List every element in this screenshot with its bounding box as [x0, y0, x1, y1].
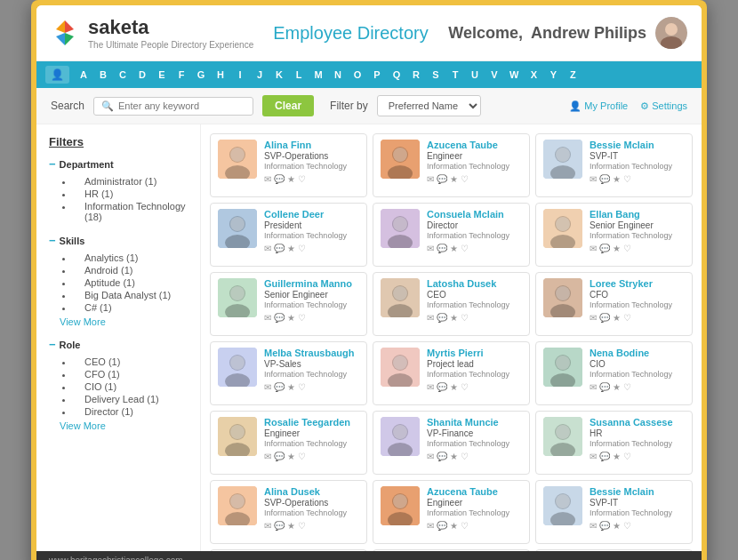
email-icon[interactable]: ✉: [264, 521, 271, 531]
employee-card[interactable]: Consuela MclainDirectorInformation Techn…: [373, 203, 530, 267]
employee-card[interactable]: Shanita MuncieVP-FinanceInformation Tech…: [373, 411, 530, 475]
star-icon[interactable]: ★: [613, 452, 621, 461]
star-icon[interactable]: ★: [450, 452, 458, 461]
email-icon[interactable]: ✉: [264, 244, 271, 253]
employee-card[interactable]: Myrtis PierriProject leadInformation Tec…: [373, 341, 530, 405]
chat-icon[interactable]: 💬: [437, 382, 447, 392]
heart-icon[interactable]: ♡: [461, 244, 469, 253]
alpha-btn-U[interactable]: U: [466, 67, 484, 83]
employee-card[interactable]: Guillermina MannoSenior EngineerInformat…: [210, 272, 367, 336]
alpha-btn-R[interactable]: R: [407, 67, 425, 83]
search-input[interactable]: [118, 100, 245, 111]
chat-icon[interactable]: 💬: [437, 244, 447, 253]
heart-icon[interactable]: ♡: [298, 521, 306, 531]
filter-item[interactable]: CEO (1): [74, 356, 188, 368]
email-icon[interactable]: ✉: [590, 452, 597, 461]
chat-icon[interactable]: 💬: [437, 452, 447, 461]
star-icon[interactable]: ★: [450, 521, 458, 531]
chat-icon[interactable]: 💬: [274, 174, 285, 184]
email-icon[interactable]: ✉: [590, 382, 597, 392]
employee-card[interactable]: Rosalie TeegardenEngineerInformation Tec…: [210, 411, 367, 475]
employee-card[interactable]: Susanna CasseseHRInformation Technology✉…: [535, 411, 693, 475]
alpha-btn-E[interactable]: E: [153, 67, 171, 83]
filter-item[interactable]: C# (1): [74, 301, 188, 314]
chat-icon[interactable]: 💬: [599, 382, 610, 392]
star-icon[interactable]: ★: [287, 452, 295, 461]
heart-icon[interactable]: ♡: [461, 313, 469, 323]
chat-icon[interactable]: 💬: [274, 452, 285, 461]
star-icon[interactable]: ★: [450, 313, 458, 323]
alpha-btn-S[interactable]: S: [427, 67, 445, 83]
star-icon[interactable]: ★: [450, 174, 458, 184]
email-icon[interactable]: ✉: [264, 452, 271, 461]
chat-icon[interactable]: 💬: [599, 244, 610, 253]
heart-icon[interactable]: ♡: [298, 452, 306, 461]
heart-icon[interactable]: ♡: [623, 313, 631, 323]
star-icon[interactable]: ★: [613, 174, 621, 184]
filter-item[interactable]: CFO (1): [74, 368, 188, 380]
alpha-btn-C[interactable]: C: [114, 67, 132, 83]
alpha-btn-W[interactable]: W: [505, 67, 523, 83]
heart-icon[interactable]: ♡: [298, 244, 306, 253]
collapse-icon[interactable]: −: [49, 157, 56, 171]
heart-icon[interactable]: ♡: [461, 521, 469, 531]
heart-icon[interactable]: ♡: [623, 244, 631, 253]
email-icon[interactable]: ✉: [427, 521, 434, 531]
email-icon[interactable]: ✉: [264, 174, 271, 184]
employee-card[interactable]: Alina DusekSVP-OperationsInformation Tec…: [210, 480, 367, 544]
heart-icon[interactable]: ♡: [298, 382, 306, 392]
heart-icon[interactable]: ♡: [623, 174, 631, 184]
filter-item[interactable]: Administrator (1): [74, 175, 188, 188]
email-icon[interactable]: ✉: [427, 452, 434, 461]
alpha-btn-B[interactable]: B: [94, 67, 112, 83]
alpha-btn-M[interactable]: M: [309, 67, 327, 83]
heart-icon[interactable]: ♡: [623, 452, 631, 461]
alpha-btn-L[interactable]: L: [290, 67, 308, 83]
chat-icon[interactable]: 💬: [599, 174, 610, 184]
star-icon[interactable]: ★: [613, 244, 621, 253]
email-icon[interactable]: ✉: [264, 382, 271, 392]
star-icon[interactable]: ★: [450, 382, 458, 392]
employee-card[interactable]: Melba StrausbaughVP-SalesInformation Tec…: [210, 341, 367, 405]
alpha-btn-D[interactable]: D: [133, 67, 151, 83]
alpha-btn-V[interactable]: V: [485, 67, 503, 83]
chat-icon[interactable]: 💬: [274, 313, 285, 323]
star-icon[interactable]: ★: [613, 521, 621, 531]
collapse-icon[interactable]: −: [49, 338, 56, 351]
filter-item[interactable]: CIO (1): [74, 380, 188, 393]
person-icon-btn[interactable]: 👤: [45, 66, 69, 84]
chat-icon[interactable]: 💬: [437, 174, 447, 184]
alpha-btn-J[interactable]: J: [251, 67, 269, 83]
email-icon[interactable]: ✉: [590, 313, 597, 323]
employee-card[interactable]: Ellan BangSenior EngineerInformation Tec…: [535, 203, 693, 267]
alpha-btn-N[interactable]: N: [329, 67, 347, 83]
alpha-btn-P[interactable]: P: [368, 67, 386, 83]
alpha-btn-F[interactable]: F: [172, 67, 190, 83]
alpha-btn-A[interactable]: A: [75, 67, 92, 83]
email-icon[interactable]: ✉: [590, 244, 597, 253]
alpha-btn-Q[interactable]: Q: [388, 67, 405, 83]
heart-icon[interactable]: ♡: [461, 382, 469, 392]
filter-item[interactable]: Aptitude (1): [74, 276, 188, 289]
chat-icon[interactable]: 💬: [274, 521, 285, 531]
email-icon[interactable]: ✉: [427, 313, 434, 323]
email-icon[interactable]: ✉: [427, 382, 434, 392]
star-icon[interactable]: ★: [287, 174, 295, 184]
filter-item[interactable]: HR (1): [74, 188, 188, 200]
filter-select[interactable]: Preferred Name: [377, 95, 481, 116]
chat-icon[interactable]: 💬: [599, 452, 610, 461]
chat-icon[interactable]: 💬: [599, 313, 610, 323]
chat-icon[interactable]: 💬: [437, 313, 447, 323]
employee-card[interactable]: Collene MclainPresidentInformation Techn…: [210, 549, 367, 551]
email-icon[interactable]: ✉: [590, 174, 597, 184]
star-icon[interactable]: ★: [613, 313, 621, 323]
alpha-btn-T[interactable]: T: [446, 67, 464, 83]
filter-item[interactable]: Analytics (1): [74, 252, 188, 264]
filter-item[interactable]: Android (1): [74, 264, 188, 276]
email-icon[interactable]: ✉: [427, 174, 434, 184]
chat-icon[interactable]: 💬: [437, 521, 447, 531]
heart-icon[interactable]: ♡: [623, 382, 631, 392]
employee-card[interactable]: Nena BodineCIOInformation Technology✉💬★♡: [535, 341, 693, 405]
employee-card[interactable]: Alina FinnSVP-OperationsInformation Tech…: [210, 133, 367, 197]
filter-item[interactable]: Information Technology (18): [74, 200, 188, 223]
